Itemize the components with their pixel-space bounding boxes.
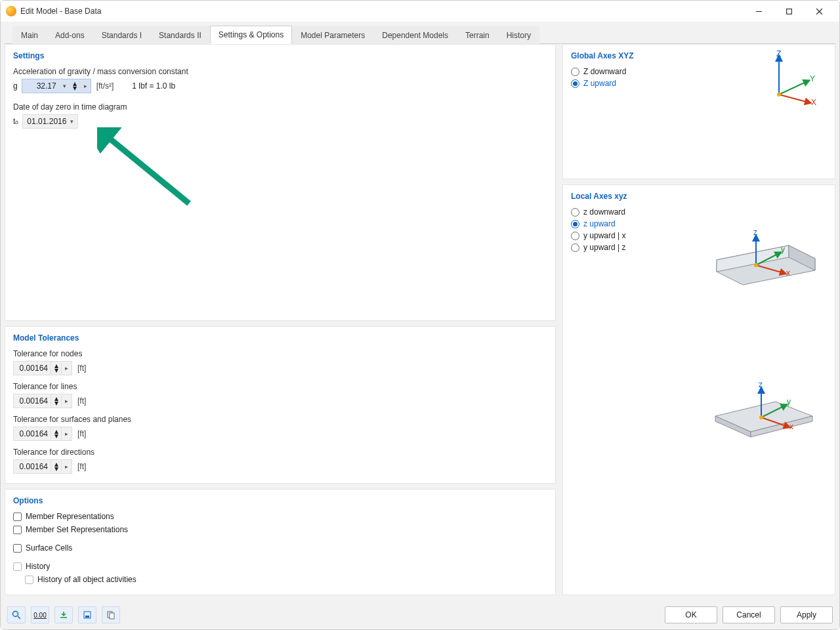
svg-rect-31 bbox=[110, 613, 114, 619]
cancel-button[interactable]: Cancel bbox=[723, 606, 775, 623]
popup-icon[interactable]: ▸ bbox=[61, 394, 72, 408]
global-axes-panel: Global Axes XYZ Z downward Z upward Z Y bbox=[562, 44, 835, 179]
tab-settings-options[interactable]: Settings & Options bbox=[210, 26, 292, 44]
chevron-down-icon[interactable]: ▾ bbox=[59, 79, 70, 93]
export-button[interactable] bbox=[78, 606, 96, 623]
tolerances-panel: Model Tolerances Tolerance for nodes ▴▾▸… bbox=[5, 326, 556, 484]
units-button[interactable]: 0.00 bbox=[31, 606, 49, 623]
svg-text:y: y bbox=[787, 397, 791, 406]
spinner-updown-icon[interactable]: ▴▾ bbox=[51, 460, 61, 473]
units-icon: 0.00 bbox=[33, 612, 46, 619]
gravity-label: Acceleration of gravity / mass conversio… bbox=[13, 67, 547, 76]
svg-text:Z: Z bbox=[776, 50, 781, 58]
save-icon bbox=[83, 610, 92, 620]
gravity-input[interactable]: ▾ ▴▾ ▸ bbox=[22, 79, 91, 93]
tab-dependent-models[interactable]: Dependent Models bbox=[373, 26, 457, 44]
svg-text:z: z bbox=[753, 228, 757, 237]
svg-point-26 bbox=[13, 612, 18, 617]
local-beam-icon: z y x bbox=[710, 219, 822, 291]
local-axes-heading: Local Axes xyz bbox=[571, 192, 827, 201]
tol-nodes-label: Tolerance for nodes bbox=[13, 349, 547, 358]
tab-bar: Main Add-ons Standards I Standards II Se… bbox=[5, 24, 835, 44]
svg-line-7 bbox=[779, 94, 808, 102]
app-icon bbox=[6, 6, 16, 16]
spinner-updown-icon[interactable]: ▴▾ bbox=[70, 79, 80, 93]
maximize-button[interactable] bbox=[774, 1, 804, 21]
import-button[interactable] bbox=[54, 606, 73, 623]
svg-point-22 bbox=[759, 415, 763, 419]
settings-heading: Settings bbox=[13, 51, 547, 60]
chk-history-all: History of all object activities bbox=[25, 575, 547, 584]
svg-point-15 bbox=[754, 263, 758, 267]
footer-bar: 0.00 OK Cancel Apply bbox=[1, 600, 839, 629]
svg-rect-29 bbox=[85, 616, 89, 618]
tol-surf-input[interactable]: ▴▾▸ bbox=[13, 427, 72, 441]
tol-lines-label: Tolerance for lines bbox=[13, 382, 547, 391]
close-button[interactable] bbox=[804, 1, 834, 21]
tol-dir-label: Tolerance for directions bbox=[13, 448, 547, 457]
tol-surf-unit: [ft] bbox=[77, 429, 86, 438]
svg-text:X: X bbox=[811, 98, 816, 107]
t0-symbol: t₀ bbox=[13, 117, 18, 126]
tol-nodes-unit: [ft] bbox=[77, 364, 86, 373]
popup-icon[interactable]: ▸ bbox=[61, 362, 72, 375]
tab-standards-1[interactable]: Standards I bbox=[93, 26, 150, 44]
apply-button[interactable]: Apply bbox=[780, 606, 833, 623]
lbf-note: 1 lbf = 1.0 lb bbox=[132, 81, 175, 91]
tolerances-heading: Model Tolerances bbox=[13, 333, 547, 343]
chevron-down-icon[interactable]: ▾ bbox=[70, 118, 74, 125]
copy-button[interactable] bbox=[102, 606, 120, 623]
svg-text:Y: Y bbox=[810, 74, 815, 83]
tab-model-parameters[interactable]: Model Parameters bbox=[292, 26, 373, 44]
tol-lines-input[interactable]: ▴▾▸ bbox=[13, 394, 72, 408]
tol-lines-unit: [ft] bbox=[77, 396, 86, 406]
chk-surface-cells[interactable]: Surface Cells bbox=[13, 543, 547, 553]
gravity-value[interactable] bbox=[22, 81, 59, 91]
chk-member-rep[interactable]: Member Representations bbox=[13, 512, 547, 521]
options-panel: Options Member Representations Member Se… bbox=[5, 489, 556, 595]
svg-rect-1 bbox=[786, 9, 791, 14]
import-icon bbox=[59, 610, 68, 620]
tol-dir-input[interactable]: ▴▾▸ bbox=[13, 459, 72, 474]
tab-history[interactable]: History bbox=[498, 26, 539, 44]
spinner-updown-icon[interactable]: ▴▾ bbox=[51, 362, 61, 375]
global-axes-icon: Z Y X bbox=[756, 50, 822, 109]
local-plate-icon: z y x bbox=[704, 375, 822, 448]
radio-local-z-down[interactable]: z downward bbox=[571, 207, 827, 217]
tol-nodes-input[interactable]: ▴▾▸ bbox=[13, 361, 72, 375]
date-zero-input[interactable]: 01.01.2016 ▾ bbox=[22, 114, 78, 129]
options-heading: Options bbox=[13, 496, 547, 505]
tab-addons[interactable]: Add-ons bbox=[47, 26, 93, 44]
svg-line-4 bbox=[102, 133, 189, 203]
annotation-arrow bbox=[97, 127, 202, 213]
svg-text:y: y bbox=[781, 245, 785, 254]
tab-main[interactable]: Main bbox=[12, 26, 47, 44]
copy-icon bbox=[106, 610, 116, 620]
g-symbol: g bbox=[13, 81, 18, 91]
minimize-button[interactable] bbox=[744, 1, 774, 21]
spinner-updown-icon[interactable]: ▴▾ bbox=[51, 427, 61, 440]
date-zero-label: Date of day zero in time diagram bbox=[13, 102, 547, 112]
chk-memberset-rep[interactable]: Member Set Representations bbox=[13, 525, 547, 534]
tol-dir-unit: [ft] bbox=[77, 462, 86, 471]
settings-panel: Settings Acceleration of gravity / mass … bbox=[5, 44, 556, 321]
ok-button[interactable]: OK bbox=[665, 606, 717, 623]
gravity-unit: [ft/s²] bbox=[96, 81, 114, 91]
svg-text:x: x bbox=[786, 268, 790, 278]
svg-line-6 bbox=[779, 81, 807, 94]
spinner-updown-icon[interactable]: ▴▾ bbox=[51, 394, 61, 408]
date-zero-value: 01.01.2016 bbox=[27, 117, 66, 126]
popup-icon[interactable]: ▸ bbox=[61, 460, 72, 473]
popup-icon[interactable]: ▸ bbox=[80, 79, 91, 93]
chk-history: History bbox=[13, 562, 547, 571]
tol-surf-label: Tolerance for surfaces and planes bbox=[13, 415, 547, 424]
svg-text:x: x bbox=[789, 422, 793, 431]
svg-line-27 bbox=[18, 616, 20, 619]
svg-text:z: z bbox=[759, 380, 763, 389]
local-axes-panel: Local Axes xyz z downward z upward y upw… bbox=[562, 184, 835, 595]
tab-terrain[interactable]: Terrain bbox=[457, 26, 498, 44]
tab-standards-2[interactable]: Standards II bbox=[150, 26, 210, 44]
magnifier-icon bbox=[12, 610, 21, 620]
help-button[interactable] bbox=[7, 606, 26, 623]
popup-icon[interactable]: ▸ bbox=[61, 427, 72, 440]
